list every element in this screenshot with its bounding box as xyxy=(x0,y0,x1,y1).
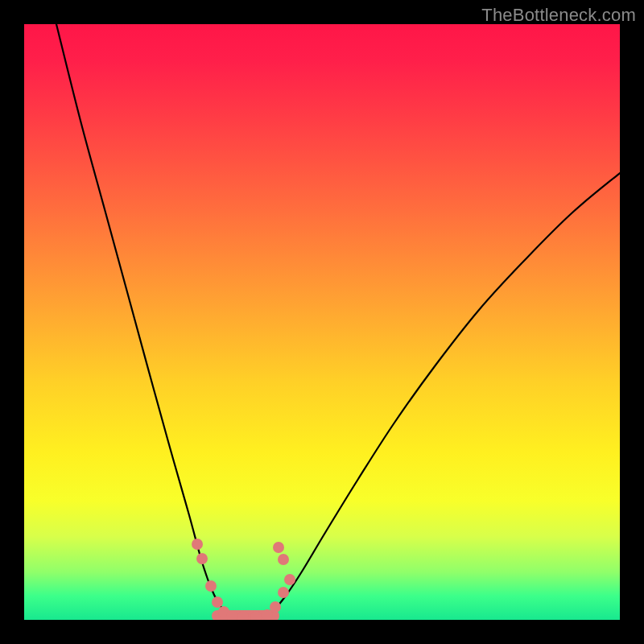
marker-point xyxy=(250,611,262,620)
marker-point xyxy=(273,542,284,553)
marker-point xyxy=(226,610,237,620)
marker-layer xyxy=(192,539,295,620)
marker-point xyxy=(196,553,208,564)
marker-point xyxy=(237,611,249,620)
series-left-curve xyxy=(56,24,232,616)
marker-point xyxy=(278,587,289,598)
marker-point xyxy=(212,597,223,608)
marker-point xyxy=(284,574,295,585)
marker-point xyxy=(192,539,203,550)
chart-frame: TheBottleneck.com xyxy=(0,0,644,644)
marker-point xyxy=(270,601,281,613)
plot-area xyxy=(24,24,620,620)
marker-point xyxy=(262,609,273,620)
marker-point xyxy=(278,554,289,565)
marker-point xyxy=(218,606,229,617)
series-right-curve xyxy=(266,173,620,616)
marker-point xyxy=(205,580,217,592)
curve-layer xyxy=(56,24,620,616)
curve-svg xyxy=(24,24,620,620)
watermark-text: TheBottleneck.com xyxy=(481,5,636,26)
